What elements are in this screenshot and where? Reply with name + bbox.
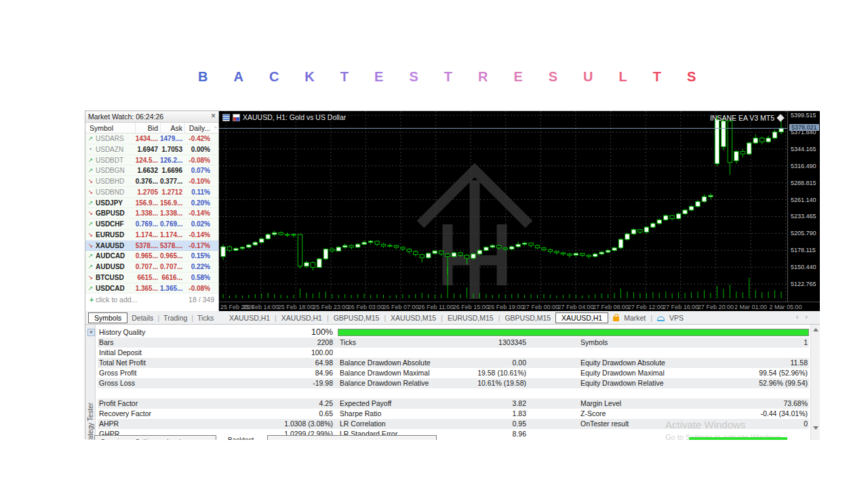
chart-panel[interactable]: XAUUSD, H1: Gold vs US Dollar INSANE EA … [219, 111, 820, 311]
column-daily[interactable]: Daily... [184, 123, 212, 133]
market-watch-tabs: SymbolsDetails|Trading|Ticks [88, 311, 214, 325]
tester-backtest-tab[interactable]: Backtest [228, 436, 254, 440]
scroll-up-icon[interactable] [813, 328, 818, 331]
chart-tab-2[interactable]: GBPUSD,M15 [334, 314, 380, 322]
ask-value: 0.707... [160, 262, 184, 272]
market-watch-row[interactable]: •USDAZN1.69471.70530.00% [85, 144, 218, 155]
stat-value: 11.58 [698, 358, 808, 368]
title-letter: K [304, 69, 314, 85]
mt5-window: Market Watch: 06:24:26 × Symbol Bid Ask … [85, 110, 819, 439]
market-watch-row[interactable]: ↗AUDCAD0.965...0.965...0.15% [85, 251, 218, 262]
market-watch-row[interactable]: ↘USDBND1.27051.27120.11% [85, 187, 218, 198]
market-watch-row[interactable]: ↗USDBDT124.5...126.2...-0.08% [85, 155, 218, 166]
candle [709, 195, 713, 197]
scroll-up-icon[interactable]: ^ [212, 123, 219, 133]
tester-row: Gross Profit84.96Balance Drawdown Maxima… [98, 368, 809, 378]
market-watch-row[interactable]: ↗USDARS1434....1479....-0.42% [85, 134, 218, 144]
time-tick-label: 26 Feb 19:00 [488, 304, 524, 310]
market-watch-row[interactable]: ↗USDBGN1.66321.66960.07% [85, 165, 218, 176]
add-symbol-row[interactable]: + click to add... 18 / 349 [85, 294, 218, 306]
tester-bottom-tab-overview[interactable]: Overview [100, 437, 127, 440]
stat-value: 3.82 [423, 399, 526, 409]
tab-separator: | [191, 314, 193, 322]
candle [497, 245, 501, 248]
stat-value: 73.68% [698, 399, 808, 409]
market-watch-tab-symbols[interactable]: Symbols [88, 312, 127, 323]
market-watch-tab-trading[interactable]: Trading [163, 314, 187, 322]
market-watch-row[interactable]: ↘USDBHD0.376...0.377...-0.10% [85, 176, 218, 187]
tester-scrollbar[interactable] [810, 325, 820, 440]
trend-icon: ↗ [85, 134, 96, 144]
vps-icon [657, 317, 665, 321]
column-ask[interactable]: Ask [160, 123, 184, 133]
chart-tab-4[interactable]: EURUSD,M15 [448, 314, 494, 322]
candle [349, 245, 353, 247]
title-letter: S [409, 69, 418, 85]
stat-value: 1.0308 (3.08%) [251, 419, 333, 429]
chart-tab-5[interactable]: GBPUSD,M15 [505, 314, 551, 322]
candle [477, 250, 481, 253]
time-tick-label: 2 Mar 01:00 [734, 304, 767, 310]
chart-tab-3[interactable]: XAUUSD,M15 [391, 314, 436, 322]
market-watch-tab-details[interactable]: Details [132, 314, 153, 322]
vps-tab[interactable]: VPS [669, 314, 684, 322]
time-tick-label: 25 Feb 14:00 [243, 304, 279, 310]
time-tick-label: 27 Feb 12:00 [628, 304, 664, 310]
market-watch-rows: ↗USDARS1434....1479....-0.42%•USDAZN1.69… [85, 134, 218, 293]
chart-tab-0[interactable]: XAUUSD,H1 [229, 314, 270, 322]
daily-change: 0.11% [184, 187, 212, 197]
time-tick-label: 27 Feb 00:00 [523, 304, 559, 310]
candle [330, 249, 334, 251]
tab-scroll-arrows[interactable]: ‹› [796, 312, 814, 321]
candle [548, 249, 552, 251]
scroll-down-icon[interactable] [813, 426, 818, 430]
candle [234, 249, 238, 251]
market-watch-tab-ticks[interactable]: Ticks [197, 314, 214, 322]
market-watch-row[interactable]: ↘BTCUSD6615...6616...0.58% [85, 272, 218, 283]
close-icon[interactable]: × [211, 111, 216, 121]
stat-label: Gross Loss [99, 378, 250, 388]
price-tick-label: 5178.115 [791, 247, 816, 253]
column-bid[interactable]: Bid [135, 123, 160, 133]
tester-row: Total Net Profit64.98Balance Drawdown Ab… [98, 358, 809, 368]
title-letter: E [374, 69, 383, 85]
market-watch-row[interactable]: ↗USDJPY156.9...156.9...0.20% [85, 198, 218, 209]
candle [394, 245, 398, 247]
price-tick-label: 5288.815 [791, 180, 816, 186]
candlestick-chart[interactable] [219, 111, 787, 302]
bid-value: 0.707... [135, 262, 160, 272]
market-watch-row[interactable]: ↗AUDUSD0.707...0.707...0.22% [85, 262, 218, 272]
tab-separator: | [275, 314, 277, 322]
tester-bottom-tab-settings[interactable]: Settings [136, 437, 159, 440]
candle [311, 262, 315, 267]
bid-value: 1.338... [135, 208, 160, 218]
ask-value: 0.965... [160, 251, 184, 261]
bid-value: 0.376... [135, 176, 160, 186]
market-watch-row[interactable]: ↗USDCHF0.769...0.769...0.02% [85, 219, 218, 230]
candle [574, 253, 578, 256]
market-watch-row[interactable]: ↗USDCAD1.365...1.365...-0.08% [85, 283, 218, 294]
market-tab[interactable]: Market [624, 314, 646, 322]
trend-icon: ↘ [85, 241, 96, 251]
tester-bottom-tabs-right[interactable] [267, 435, 437, 440]
market-watch-row[interactable]: ↘XAUUSD5378....5378....-0.17% [85, 241, 218, 251]
market-watch-row[interactable]: ↘GBPUSD1.338...1.338...-0.14% [85, 208, 218, 219]
strategy-tester-tab[interactable]: Strategy Tester [87, 403, 94, 440]
chart-tab-6[interactable]: XAUUSD,H1 [555, 312, 608, 323]
candle [715, 120, 719, 164]
ask-value: 6616... [160, 272, 184, 283]
candle [529, 243, 533, 246]
candle [317, 259, 321, 268]
stat-value: 1303345 [423, 338, 526, 348]
candle [343, 245, 347, 247]
market-watch-row[interactable]: ↘EURUSD1.174...1.174...-0.14% [85, 230, 218, 241]
chart-tabs: XAUUSD,H1|XAUUSD,H1|GBPUSD,M15|XAUUSD,M1… [229, 311, 684, 325]
chart-tab-1[interactable]: XAUUSD,H1 [281, 314, 322, 322]
candle [452, 253, 456, 256]
market-watch-column-headers: Symbol Bid Ask Daily... ^ [85, 123, 218, 134]
tester-bottom-tabs-left[interactable]: OverviewSettingsInputs [94, 435, 216, 440]
close-icon[interactable]: × [87, 329, 95, 336]
tester-bottom-tab-inputs[interactable]: Inputs [167, 437, 184, 440]
time-tick-label: 27 Feb 04:00 [557, 304, 593, 310]
column-symbol[interactable]: Symbol [85, 123, 135, 133]
